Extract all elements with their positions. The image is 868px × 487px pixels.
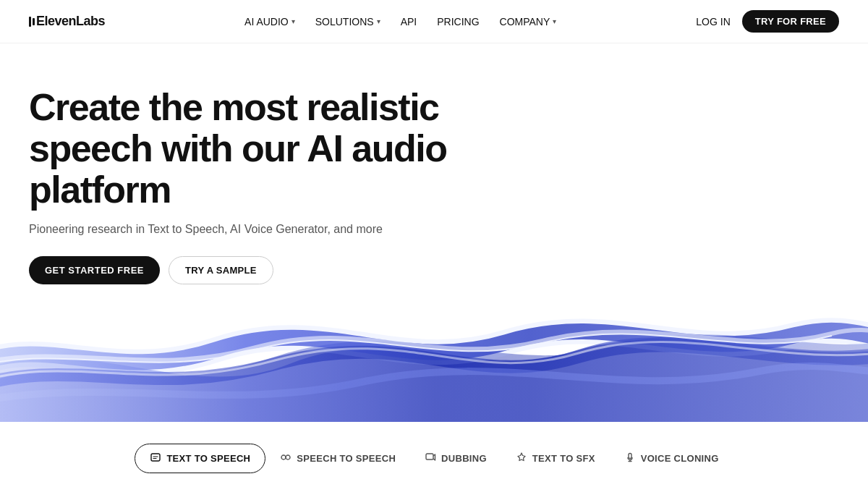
nav-link-pricing[interactable]: PRICING (437, 16, 479, 27)
logo-bar-2 (33, 18, 35, 25)
logo-bars (29, 17, 35, 27)
nav-link-solutions[interactable]: SOLUTIONS ▾ (315, 16, 380, 27)
tabs-row: TEXT TO SPEECH SPEECH TO SPEECH DUBBING (29, 444, 839, 473)
hero-section: Create the most realistic speech with ou… (0, 43, 868, 284)
login-link[interactable]: LOG IN (696, 16, 730, 27)
vc-icon (624, 452, 636, 465)
navbar: ElevenLabs AI AUDIO ▾ SOLUTIONS ▾ API PR… (0, 0, 868, 43)
hero-buttons: GET STARTED FREE TRY A SAMPLE (29, 256, 839, 284)
tab-text-to-sfx[interactable]: TEXT TO SFX (501, 444, 610, 473)
tab-text-to-speech[interactable]: TEXT TO SPEECH (135, 444, 265, 473)
try-free-button[interactable]: TRY FOR FREE (742, 10, 839, 33)
tab-dubbing-label: DUBBING (441, 453, 487, 464)
logo-text: ElevenLabs (36, 14, 105, 29)
sts-icon (280, 452, 292, 465)
nav-actions: LOG IN TRY FOR FREE (696, 10, 839, 33)
sfx-icon (516, 452, 527, 465)
chevron-down-icon: ▾ (377, 17, 380, 25)
logo-bar-1 (29, 17, 31, 27)
hero-title: Create the most realistic speech with ou… (29, 87, 477, 211)
nav-link-ai-audio[interactable]: AI AUDIO ▾ (244, 16, 295, 27)
get-started-button[interactable]: GET STARTED FREE (29, 256, 160, 284)
tabs-section: TEXT TO SPEECH SPEECH TO SPEECH DUBBING (0, 444, 868, 487)
svg-rect-0 (151, 454, 160, 461)
tab-sts-label: SPEECH TO SPEECH (297, 453, 396, 464)
tab-voice-cloning[interactable]: VOICE CLONING (610, 444, 733, 473)
nav-link-company[interactable]: COMPANY ▾ (500, 16, 557, 27)
tab-vc-label: VOICE CLONING (641, 453, 719, 464)
tab-speech-to-speech[interactable]: SPEECH TO SPEECH (265, 444, 410, 473)
dubbing-icon (425, 452, 436, 465)
tab-dubbing[interactable]: DUBBING (410, 444, 501, 473)
logo[interactable]: ElevenLabs (29, 14, 105, 29)
nav-links: AI AUDIO ▾ SOLUTIONS ▾ API PRICING COMPA… (244, 16, 556, 27)
chevron-down-icon: ▾ (553, 17, 556, 25)
chevron-down-icon: ▾ (292, 17, 295, 25)
tts-icon (150, 452, 161, 465)
nav-link-api[interactable]: API (401, 16, 417, 27)
hero-subtitle: Pioneering research in Text to Speech, A… (29, 223, 839, 236)
svg-rect-3 (426, 454, 433, 460)
tab-tts-label: TEXT TO SPEECH (166, 453, 250, 464)
wave-visual (0, 306, 868, 422)
tab-sfx-label: TEXT TO SFX (532, 453, 595, 464)
try-sample-button[interactable]: TRY A SAMPLE (169, 256, 273, 284)
